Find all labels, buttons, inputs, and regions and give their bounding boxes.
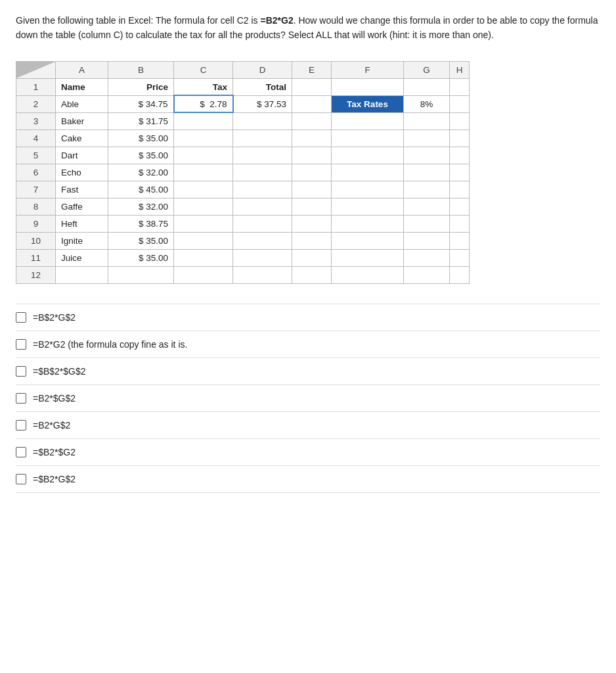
cell-f1 [332, 78, 404, 95]
list-item[interactable]: =B2*G$2 [16, 412, 600, 439]
table-row: 1 Name Price Tax Total [16, 78, 470, 95]
row-num: 8 [16, 198, 56, 215]
option-checkbox-4[interactable] [16, 393, 26, 404]
cell-c6 [174, 164, 233, 181]
option-label-2: =B2*G2 (the formula copy fine as it is. [33, 339, 187, 350]
cell-f12 [332, 266, 404, 283]
cell-g11 [404, 249, 450, 266]
option-checkbox-6[interactable] [16, 447, 26, 457]
row-num: 7 [16, 181, 56, 198]
cell-a11: Juice [56, 249, 108, 266]
cell-b8: $ 32.00 [108, 198, 174, 215]
list-item[interactable]: =$B2*G$2 [16, 466, 600, 493]
cell-a7: Fast [56, 181, 108, 198]
cell-d6 [233, 164, 292, 181]
cell-g7 [404, 181, 450, 198]
col-header-h: H [450, 61, 470, 78]
cell-a10: Ignite [56, 232, 108, 249]
cell-d5 [233, 147, 292, 164]
list-item[interactable]: =B2*$G$2 [16, 385, 600, 412]
cell-g10 [404, 232, 450, 249]
cell-f5 [332, 147, 404, 164]
col-header-b: B [108, 61, 174, 78]
cell-a12 [56, 266, 108, 283]
cell-d3 [233, 112, 292, 129]
cell-f6 [332, 164, 404, 181]
cell-e1 [292, 78, 332, 95]
row-num: 9 [16, 215, 56, 232]
table-row: 3 Baker $ 31.75 [16, 112, 470, 129]
col-header-e: E [292, 61, 332, 78]
cell-c10 [174, 232, 233, 249]
cell-g1 [404, 78, 450, 95]
cell-d12 [233, 266, 292, 283]
cell-g6 [404, 164, 450, 181]
cell-d10 [233, 232, 292, 249]
table-row: 6 Echo $ 32.00 [16, 164, 470, 181]
cell-h6 [450, 164, 470, 181]
cell-g9 [404, 215, 450, 232]
cell-h5 [450, 147, 470, 164]
option-checkbox-7[interactable] [16, 474, 26, 484]
cell-c11 [174, 249, 233, 266]
cell-f8 [332, 198, 404, 215]
cell-b7: $ 45.00 [108, 181, 174, 198]
cell-a6: Echo [56, 164, 108, 181]
cell-h8 [450, 198, 470, 215]
cell-e9 [292, 215, 332, 232]
option-label-5: =B2*G$2 [33, 420, 70, 430]
row-num: 4 [16, 129, 56, 147]
option-checkbox-5[interactable] [16, 420, 26, 430]
cell-a9: Heft [56, 215, 108, 232]
row-num: 6 [16, 164, 56, 181]
cell-f10 [332, 232, 404, 249]
cell-c2: $ 2.78 [174, 95, 233, 112]
option-checkbox-2[interactable] [16, 339, 26, 350]
cell-a8: Gaffe [56, 198, 108, 215]
cell-g8 [404, 198, 450, 215]
option-checkbox-1[interactable] [16, 312, 26, 323]
cell-e4 [292, 129, 332, 147]
list-item[interactable]: =$B2*$G2 [16, 439, 600, 466]
spreadsheet-table: A B C D E F G H 1 Name Price Tax Total [16, 61, 470, 284]
cell-b4: $ 35.00 [108, 129, 174, 147]
cell-e11 [292, 249, 332, 266]
cell-g5 [404, 147, 450, 164]
col-header-d: D [233, 61, 292, 78]
cell-e8 [292, 198, 332, 215]
table-row: 11 Juice $ 35.00 [16, 249, 470, 266]
option-label-3: =$B$2*$G$2 [33, 366, 86, 377]
list-item[interactable]: =B$2*G$2 [16, 304, 600, 331]
cell-d2: $ 37.53 [233, 95, 292, 112]
cell-d7 [233, 181, 292, 198]
cell-d1: Total [233, 78, 292, 95]
cell-b11: $ 35.00 [108, 249, 174, 266]
row-num: 1 [16, 78, 56, 95]
cell-h3 [450, 112, 470, 129]
cell-c9 [174, 215, 233, 232]
table-row: 8 Gaffe $ 32.00 [16, 198, 470, 215]
cell-h11 [450, 249, 470, 266]
list-item[interactable]: =B2*G2 (the formula copy fine as it is. [16, 331, 600, 358]
cell-c1: Tax [174, 78, 233, 95]
cell-h12 [450, 266, 470, 283]
cell-a4: Cake [56, 129, 108, 147]
question-text: Given the following table in Excel: The … [16, 13, 600, 43]
cell-g4 [404, 129, 450, 147]
cell-e3 [292, 112, 332, 129]
spreadsheet-container: A B C D E F G H 1 Name Price Tax Total [16, 61, 600, 284]
cell-e12 [292, 266, 332, 283]
cell-e10 [292, 232, 332, 249]
cell-f9 [332, 215, 404, 232]
table-row: 7 Fast $ 45.00 [16, 181, 470, 198]
table-row: 5 Dart $ 35.00 [16, 147, 470, 164]
col-header-c: C [174, 61, 233, 78]
option-label-7: =$B2*G$2 [33, 474, 76, 484]
cell-c4 [174, 129, 233, 147]
cell-h4 [450, 129, 470, 147]
cell-a1: Name [56, 78, 108, 95]
option-checkbox-3[interactable] [16, 366, 26, 377]
option-label-1: =B$2*G$2 [33, 312, 76, 323]
cell-c3 [174, 112, 233, 129]
list-item[interactable]: =$B$2*$G$2 [16, 358, 600, 385]
